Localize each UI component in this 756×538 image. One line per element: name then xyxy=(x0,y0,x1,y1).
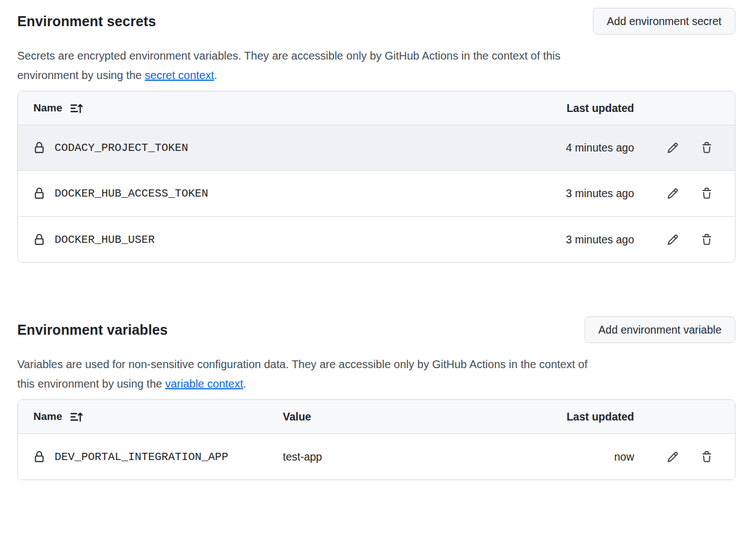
secrets-description-line1: Secrets are encrypted environment variab… xyxy=(17,50,561,62)
secrets-section-header: Environment secrets Add environment secr… xyxy=(17,8,735,35)
variables-section-header: Environment variables Add environment va… xyxy=(17,316,735,343)
name-column-label: Name xyxy=(33,102,62,114)
last-updated-column-label: Last updated xyxy=(539,410,634,423)
name-column-label: Name xyxy=(33,410,62,423)
variables-description-suffix: . xyxy=(243,378,247,390)
secret-context-link[interactable]: secret context xyxy=(145,69,214,81)
secret-name: DOCKER_HUB_ACCESS_TOKEN xyxy=(55,187,208,200)
secrets-table: Name Last updated CODACY_PROJECT_TOKEN xyxy=(17,91,735,263)
add-environment-secret-button[interactable]: Add environment secret xyxy=(593,8,735,35)
delete-variable-button[interactable] xyxy=(700,451,713,463)
lock-icon xyxy=(33,234,45,246)
lock-icon xyxy=(33,142,45,154)
delete-secret-button[interactable] xyxy=(700,142,713,154)
secrets-description-line2: environment by using the xyxy=(17,69,145,81)
lock-icon xyxy=(33,451,45,463)
edit-secret-button[interactable] xyxy=(666,142,679,154)
variables-name-header-cell: Name xyxy=(33,410,283,423)
edit-secret-button[interactable] xyxy=(666,233,679,246)
delete-secret-button[interactable] xyxy=(700,233,713,246)
secret-last-updated: 4 minutes ago xyxy=(539,141,634,154)
secret-last-updated: 3 minutes ago xyxy=(539,187,634,200)
variables-title: Environment variables xyxy=(17,322,168,338)
variables-description: Variables are used for non-sensitive con… xyxy=(17,355,735,394)
variables-table-header: Name Value Last updated xyxy=(18,400,735,434)
edit-variable-button[interactable] xyxy=(666,451,679,463)
environment-variables-section: Environment variables Add environment va… xyxy=(17,316,735,480)
sort-ascending-icon xyxy=(70,410,83,423)
secrets-description-suffix: . xyxy=(214,69,218,81)
sort-ascending-icon xyxy=(70,102,83,115)
variables-description-line2: this environment by using the xyxy=(17,378,165,390)
secret-row: DOCKER_HUB_ACCESS_TOKEN 3 minutes ago xyxy=(18,171,735,217)
secret-last-updated: 3 minutes ago xyxy=(539,233,634,246)
add-environment-variable-button[interactable]: Add environment variable xyxy=(585,316,735,343)
last-updated-column-label: Last updated xyxy=(539,102,634,115)
variable-row: DEV_PORTAL_INTEGRATION_APP test-app now xyxy=(18,434,735,480)
environment-settings-page: Environment secrets Add environment secr… xyxy=(0,0,756,480)
environment-secrets-section: Environment secrets Add environment secr… xyxy=(17,8,735,263)
variables-description-line1: Variables are used for non-sensitive con… xyxy=(17,358,587,370)
secret-name: DOCKER_HUB_USER xyxy=(55,233,155,246)
secret-row: CODACY_PROJECT_TOKEN 4 minutes ago xyxy=(18,125,735,171)
variable-name: DEV_PORTAL_INTEGRATION_APP xyxy=(55,451,228,463)
secrets-name-header-cell: Name xyxy=(33,102,539,115)
variable-context-link[interactable]: variable context xyxy=(165,378,243,390)
secret-row: DOCKER_HUB_USER 3 minutes ago xyxy=(18,217,735,262)
edit-secret-button[interactable] xyxy=(666,188,679,200)
variable-last-updated: now xyxy=(539,451,634,463)
variable-value: test-app xyxy=(283,451,539,463)
delete-secret-button[interactable] xyxy=(700,188,713,200)
sort-by-name-button[interactable]: Name xyxy=(33,102,83,115)
value-column-label: Value xyxy=(283,410,539,423)
secrets-table-header: Name Last updated xyxy=(18,91,735,125)
secrets-description: Secrets are encrypted environment variab… xyxy=(17,46,735,85)
variables-table: Name Value Last updated DEV_PORTA xyxy=(17,399,735,480)
lock-icon xyxy=(33,188,45,199)
secret-name: CODACY_PROJECT_TOKEN xyxy=(55,141,188,154)
sort-by-name-button[interactable]: Name xyxy=(33,410,83,423)
secrets-title: Environment secrets xyxy=(17,13,156,30)
